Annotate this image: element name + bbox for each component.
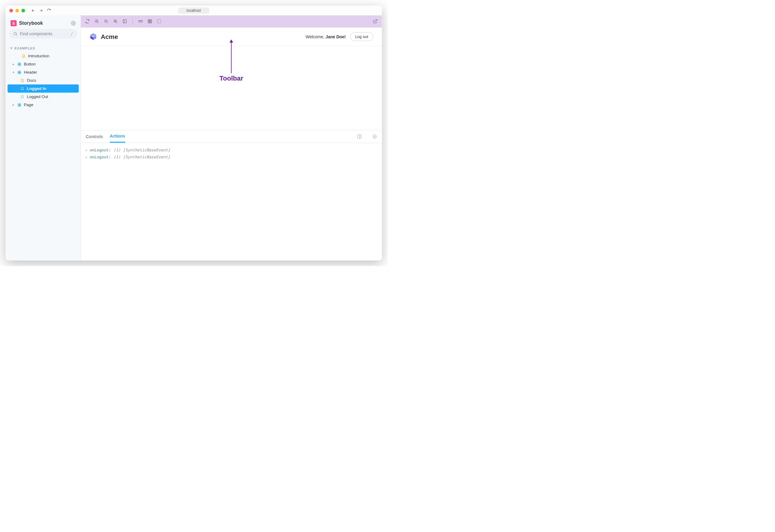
browser-nav <box>31 8 51 13</box>
bookmark-icon <box>20 95 24 99</box>
search-input[interactable]: Find components / <box>9 29 77 38</box>
preview-canvas: Acme Welcome, Jane Doe! Log out Toolbar <box>81 27 382 130</box>
svg-rect-9 <box>20 72 21 74</box>
grid-icon[interactable] <box>148 19 152 24</box>
svg-point-1 <box>14 32 16 35</box>
addons-panel: Controls Actions ▶ onLogout: (1) [Synthe… <box>81 130 382 260</box>
sidebar-header: S Storybook <box>6 15 81 29</box>
svg-rect-8 <box>18 72 19 74</box>
url-bar[interactable]: localhost <box>178 8 209 14</box>
log-row[interactable]: ▶ onLogout: (1) [SyntheticBaseEvent] <box>86 147 377 154</box>
app-title: Storybook <box>19 21 68 26</box>
component-icon <box>17 70 21 74</box>
svg-rect-12 <box>18 105 19 106</box>
toolbar-separator <box>132 18 133 24</box>
outline-icon[interactable] <box>157 19 161 24</box>
sidebar-item-label: Header <box>24 70 37 74</box>
storybook-logo-icon: S <box>11 20 17 27</box>
reload-icon[interactable] <box>47 8 51 13</box>
tree-heading-examples[interactable]: ▾ EXAMPLES <box>8 44 79 52</box>
sidebar-item-label: Button <box>24 62 36 66</box>
svg-rect-4 <box>18 64 19 65</box>
sidebar-item-logged-in[interactable]: Logged In <box>8 84 79 93</box>
document-icon <box>21 54 26 58</box>
traffic-lights <box>9 9 25 12</box>
sidebar-tree: ▾ EXAMPLES Introduction ▸ Button ▾ <box>6 41 81 112</box>
actions-log: ▶ onLogout: (1) [SyntheticBaseEvent] ▶ o… <box>81 143 382 164</box>
close-window-button[interactable] <box>9 9 13 12</box>
viewport-icon[interactable] <box>122 19 127 24</box>
expand-icon: ▶ <box>86 155 87 160</box>
log-event: onLogout: <box>90 147 111 154</box>
svg-rect-20 <box>157 20 161 23</box>
sidebar-item-docs[interactable]: Docs <box>8 76 79 84</box>
annotation-label: Toolbar <box>219 74 243 82</box>
sidebar-item-page[interactable]: ▸ Page <box>8 101 79 109</box>
panel-orientation-icon[interactable] <box>357 134 361 139</box>
chevron-down-icon: ▾ <box>12 71 15 74</box>
story-header-component: Acme Welcome, Jane Doe! Log out <box>81 27 382 46</box>
maximize-window-button[interactable] <box>21 9 25 12</box>
user-name: Jane Doe! <box>325 34 346 39</box>
svg-rect-13 <box>20 105 21 106</box>
sidebar-item-logged-out[interactable]: Logged Out <box>8 93 79 101</box>
svg-rect-19 <box>148 20 151 23</box>
log-count: (1) <box>113 147 120 154</box>
sidebar-item-label: Docs <box>27 78 36 83</box>
svg-rect-11 <box>20 103 21 105</box>
log-type: [SyntheticBaseEvent] <box>123 147 170 154</box>
svg-rect-7 <box>20 71 21 72</box>
tree-heading-label: EXAMPLES <box>14 46 35 50</box>
sidebar-item-label: Logged Out <box>27 94 48 99</box>
component-icon <box>17 62 21 66</box>
svg-rect-3 <box>20 63 21 64</box>
browser-window: localhost S Storybook Find components / … <box>5 5 382 261</box>
sidebar-item-label: Page <box>24 103 33 107</box>
titlebar: localhost <box>6 6 382 15</box>
sync-icon[interactable] <box>85 19 90 24</box>
svg-rect-10 <box>18 103 19 105</box>
log-type: [SyntheticBaseEvent] <box>123 154 170 160</box>
svg-point-0 <box>73 23 74 24</box>
chevron-right-icon: ▸ <box>12 62 15 66</box>
zoom-in-icon[interactable] <box>94 19 99 24</box>
zoom-out-icon[interactable] <box>104 19 108 24</box>
document-icon <box>20 78 24 83</box>
gear-icon[interactable] <box>71 21 76 26</box>
tab-actions[interactable]: Actions <box>110 130 125 143</box>
minimize-window-button[interactable] <box>15 9 19 12</box>
bookmark-icon <box>20 87 24 91</box>
zoom-reset-icon[interactable] <box>113 19 118 24</box>
sidebar-item-introduction[interactable]: Introduction <box>8 52 79 60</box>
svg-rect-2 <box>18 63 19 64</box>
preview-toolbar <box>81 15 382 27</box>
svg-rect-5 <box>20 64 21 65</box>
component-icon <box>17 103 21 107</box>
log-row[interactable]: ▶ onLogout: (1) [SyntheticBaseEvent] <box>86 154 377 160</box>
main-content: Acme Welcome, Jane Doe! Log out Toolbar <box>81 15 382 260</box>
sidebar-item-label: Introduction <box>28 54 49 58</box>
acme-logo-icon <box>89 33 97 41</box>
search-shortcut: / <box>71 31 73 36</box>
svg-rect-21 <box>357 135 361 138</box>
search-placeholder: Find components <box>20 31 52 36</box>
search-icon <box>13 32 17 36</box>
logout-button[interactable]: Log out <box>350 32 373 41</box>
measure-icon[interactable] <box>138 19 143 24</box>
close-panel-icon[interactable] <box>372 134 377 139</box>
log-event: onLogout: <box>90 154 111 160</box>
tab-controls[interactable]: Controls <box>86 131 103 142</box>
addon-tabs: Controls Actions <box>81 130 382 143</box>
brand-name: Acme <box>101 33 118 40</box>
sidebar-item-button[interactable]: ▸ Button <box>8 60 79 68</box>
log-count: (1) <box>113 154 120 160</box>
back-icon[interactable] <box>31 8 35 13</box>
svg-rect-17 <box>123 20 126 23</box>
sort-icon[interactable] <box>72 46 76 50</box>
forward-icon[interactable] <box>39 8 43 13</box>
sidebar-item-header[interactable]: ▾ Header <box>8 68 79 76</box>
chevron-right-icon: ▸ <box>12 103 15 106</box>
app-body: S Storybook Find components / ▾ EXAMPLES <box>6 15 382 260</box>
svg-rect-6 <box>18 71 19 72</box>
open-in-new-tab-icon[interactable] <box>373 19 377 24</box>
